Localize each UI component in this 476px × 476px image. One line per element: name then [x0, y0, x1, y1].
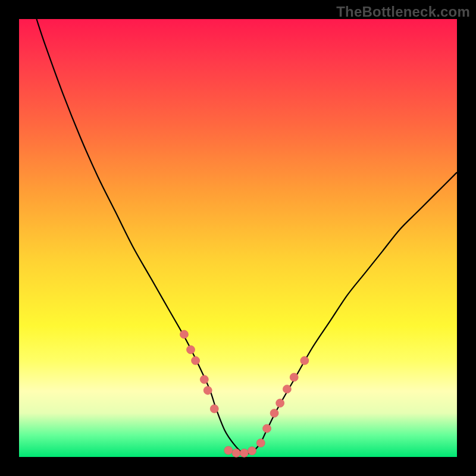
tick-dot — [200, 375, 208, 384]
tick-dot — [300, 356, 309, 365]
tick-dot — [240, 449, 248, 457]
tick-dot — [263, 424, 271, 433]
watermark-text: TheBottleneck.com — [336, 4, 470, 20]
bottleneck-curve — [36, 19, 457, 453]
bottleneck-chart — [19, 19, 457, 457]
tick-dot — [270, 409, 278, 417]
tick-dot — [256, 439, 265, 447]
tick-dot — [248, 447, 256, 455]
tick-dot — [232, 449, 240, 457]
tick-dot — [290, 373, 298, 381]
tick-dot — [203, 386, 212, 394]
tick-marks — [180, 330, 308, 457]
tick-dot — [283, 385, 291, 393]
tick-dot — [187, 346, 195, 354]
tick-dot — [210, 405, 218, 413]
tick-dot — [224, 446, 233, 455]
tick-dot — [180, 330, 188, 339]
tick-dot — [192, 356, 200, 365]
tick-dot — [276, 399, 284, 407]
plot-area — [19, 19, 457, 457]
